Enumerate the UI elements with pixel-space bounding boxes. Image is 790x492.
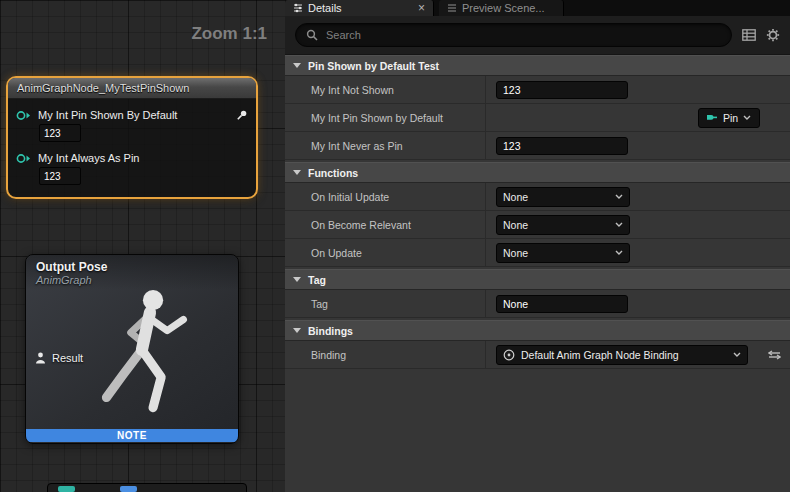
chevron-down-icon bbox=[615, 194, 623, 199]
close-icon[interactable]: × bbox=[418, 3, 425, 13]
hide-pin-icon[interactable] bbox=[236, 109, 248, 121]
chevron-down-icon bbox=[293, 328, 301, 333]
clipped-node-teal-pin bbox=[58, 486, 75, 492]
on-update-dropdown[interactable]: None bbox=[496, 243, 630, 263]
on-initial-update-dropdown[interactable]: None bbox=[496, 187, 630, 207]
binding-dropdown[interactable]: Default Anim Graph Node Binding bbox=[496, 345, 748, 365]
details-property-list: Pin Shown by Default Test My Int Not Sho… bbox=[285, 55, 790, 492]
section-header-pin-shown[interactable]: Pin Shown by Default Test bbox=[285, 55, 790, 76]
result-pose-pin[interactable]: Result bbox=[35, 352, 83, 364]
node-note-bar: NOTE bbox=[26, 429, 238, 442]
property-row-my-int-pin-shown: My Int Pin Shown by Default Pin bbox=[285, 104, 790, 132]
chevron-down-icon bbox=[733, 352, 741, 357]
tab-details-label: Details bbox=[308, 2, 413, 14]
my-int-not-shown-input[interactable] bbox=[496, 81, 628, 99]
mannequin-preview-image bbox=[84, 285, 216, 437]
int-pin-icon[interactable] bbox=[16, 110, 31, 121]
tab-preview-scene[interactable]: Preview Scene... bbox=[439, 0, 564, 16]
binding-class-icon bbox=[503, 349, 515, 361]
chevron-down-icon bbox=[293, 170, 301, 175]
property-row-binding: Binding Default Anim Graph Node Binding bbox=[285, 341, 790, 369]
details-toolbar bbox=[285, 16, 790, 55]
section-header-tag[interactable]: Tag bbox=[285, 269, 790, 290]
on-become-relevant-dropdown[interactable]: None bbox=[496, 215, 630, 235]
view-options-icon[interactable] bbox=[742, 29, 756, 41]
zoom-level-label: Zoom 1:1 bbox=[191, 24, 267, 44]
pin-visibility-dropdown[interactable]: Pin bbox=[698, 108, 760, 128]
search-input[interactable] bbox=[324, 28, 721, 42]
node-pin-row: My Int Always As Pin bbox=[16, 152, 248, 164]
property-row-my-int-never-as-pin: My Int Never as Pin bbox=[285, 132, 790, 160]
result-pin-label: Result bbox=[52, 352, 83, 364]
property-row-on-become-relevant: On Become Relevant None bbox=[285, 211, 790, 239]
chevron-down-icon bbox=[743, 115, 751, 120]
output-pose-node[interactable]: Output Pose AnimGraph Result NOTE bbox=[25, 254, 239, 444]
pin-icon bbox=[706, 113, 718, 122]
settings-gear-icon[interactable] bbox=[766, 28, 780, 42]
bind-arrows-icon[interactable] bbox=[768, 350, 781, 360]
note-label: NOTE bbox=[117, 430, 147, 441]
clipped-node[interactable] bbox=[47, 483, 247, 492]
node-pin-value-input[interactable] bbox=[39, 167, 81, 185]
panel-tab-bar: Details × Preview Scene... bbox=[285, 0, 790, 16]
search-icon bbox=[306, 29, 318, 41]
node-pin-value-input[interactable] bbox=[39, 124, 81, 142]
property-row-my-int-not-shown: My Int Not Shown bbox=[285, 76, 790, 104]
node-title-bar[interactable]: AnimGraphNode_MyTestPinShown bbox=[8, 78, 256, 99]
pose-pin-icon bbox=[35, 352, 46, 364]
tab-preview-scene-label: Preview Scene... bbox=[462, 2, 555, 14]
clipped-node-blue-pin bbox=[120, 486, 137, 492]
int-pin-icon[interactable] bbox=[16, 153, 31, 164]
details-tab-icon bbox=[293, 3, 303, 13]
node-pin-row: My Int Pin Shown By Default bbox=[16, 109, 248, 121]
anim-graph-test-node[interactable]: AnimGraphNode_MyTestPinShown My Int Pin … bbox=[6, 76, 258, 199]
property-row-on-update: On Update None bbox=[285, 239, 790, 267]
property-row-tag: Tag bbox=[285, 290, 790, 318]
section-header-bindings[interactable]: Bindings bbox=[285, 320, 790, 341]
preview-scene-tab-icon bbox=[447, 3, 457, 13]
anim-graph-canvas[interactable]: Zoom 1:1 AnimGraphNode_MyTestPinShown My… bbox=[0, 0, 286, 492]
node-pin-label: My Int Pin Shown By Default bbox=[38, 109, 177, 121]
chevron-down-icon bbox=[615, 250, 623, 255]
search-box[interactable] bbox=[295, 23, 732, 47]
output-node-title: Output Pose bbox=[36, 260, 228, 274]
my-int-never-as-pin-input[interactable] bbox=[496, 137, 628, 155]
chevron-down-icon bbox=[293, 277, 301, 282]
tab-details[interactable]: Details × bbox=[285, 0, 434, 16]
node-pin-label: My Int Always As Pin bbox=[38, 152, 139, 164]
details-panel: Details × Preview Scene... bbox=[285, 0, 790, 492]
tag-input[interactable] bbox=[496, 295, 628, 313]
chevron-down-icon bbox=[293, 63, 301, 68]
chevron-down-icon bbox=[615, 222, 623, 227]
property-row-on-initial-update: On Initial Update None bbox=[285, 183, 790, 211]
section-header-functions[interactable]: Functions bbox=[285, 162, 790, 183]
